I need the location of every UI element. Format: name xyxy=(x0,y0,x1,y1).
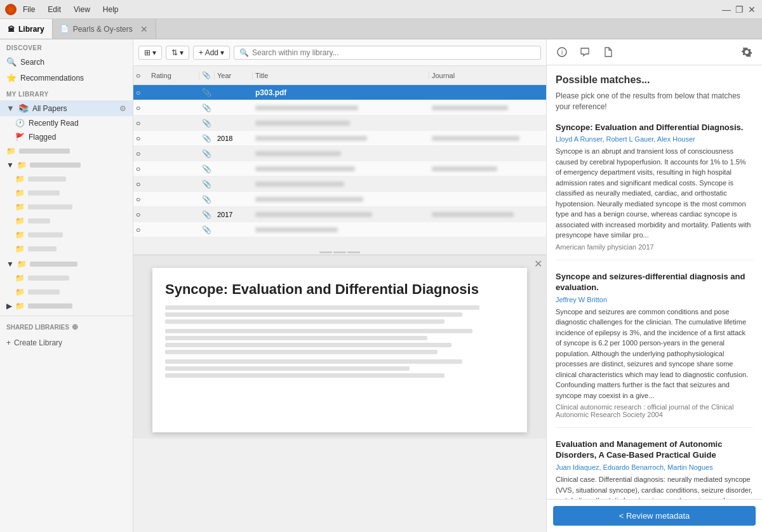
menu-file[interactable]: File xyxy=(20,4,37,15)
match-item-3[interactable]: Evaluation and Management of Autonomic D… xyxy=(556,439,753,499)
review-metadata-button[interactable]: < Review metadata xyxy=(553,506,756,526)
folder-sub-item-5[interactable]: 📁 xyxy=(0,228,133,242)
table-row[interactable]: ○ 📎 xyxy=(133,176,546,192)
table-row[interactable]: ○ 📎 xyxy=(133,161,546,176)
main-layout: DISCOVER 🔍 Search ⭐ Recommendations MY L… xyxy=(0,39,762,532)
create-library-button[interactable]: + Create Library xyxy=(0,335,133,350)
row-clip: 📎 xyxy=(199,180,215,189)
match-item-1[interactable]: Syncope: Evaluation and Differential Dia… xyxy=(556,123,753,260)
th-journal[interactable]: Journal xyxy=(429,72,544,79)
th-rating[interactable]: Rating xyxy=(149,72,199,79)
settings-button[interactable] xyxy=(738,43,756,61)
table-row[interactable]: ○ 📎 xyxy=(133,222,546,237)
subfolder-label-2 xyxy=(28,190,60,196)
subfolder-icon-3: 📁 xyxy=(15,203,25,211)
shared-libraries-add-icon[interactable]: ⊕ xyxy=(72,323,78,331)
sidebar-item-flagged[interactable]: 🚩 Flagged xyxy=(0,130,133,144)
th-title[interactable]: Title xyxy=(253,72,429,79)
row-title xyxy=(253,164,429,173)
match-title-1: Syncope: Evaluation and Differential Dia… xyxy=(556,123,753,133)
gear-icon[interactable]: ⚙ xyxy=(119,104,126,113)
row-clip: 📎 xyxy=(199,134,215,143)
folder-sub-item-6[interactable]: 📁 xyxy=(0,242,133,256)
all-papers-icon: 📚 xyxy=(18,103,29,113)
table-row[interactable]: ○ 📎 xyxy=(133,146,546,161)
tab-library[interactable]: 🏛 Library xyxy=(0,19,53,39)
row-clip: 📎 xyxy=(199,103,215,112)
close-button[interactable]: ✕ xyxy=(747,5,757,14)
create-library-label: Create Library xyxy=(14,338,62,347)
document-button[interactable] xyxy=(599,43,617,61)
pdf-close-button[interactable]: ✕ xyxy=(534,258,542,270)
subfolder-label-5 xyxy=(28,232,63,237)
subfolder-label-8 xyxy=(28,289,60,295)
menu-bar[interactable]: File Edit View Help xyxy=(20,4,121,15)
folder-group-3[interactable]: ▼ 📁 xyxy=(0,257,133,271)
library-tab-icon: 🏛 xyxy=(8,25,15,33)
row-journal xyxy=(429,164,544,173)
tab-pearls[interactable]: 📄 Pearls & Oy-sters ✕ xyxy=(53,19,156,39)
right-panel-content: Possible matches... Please pick one of t… xyxy=(547,65,762,499)
svg-text:i: i xyxy=(561,49,563,56)
sidebar-item-recommendations[interactable]: ⭐ Recommendations xyxy=(0,70,133,86)
menu-view[interactable]: View xyxy=(71,4,93,15)
sidebar-item-recently-read[interactable]: 🕐 Recently Read xyxy=(0,116,133,130)
comment-button[interactable] xyxy=(576,43,594,61)
sidebar-item-all-papers[interactable]: ▼ 📚 All Papers ⚙ xyxy=(0,100,133,116)
sort-chevron: ▾ xyxy=(180,48,184,57)
match-authors-3[interactable]: Juan Idiaquez, Eduardo Benarroch, Martin… xyxy=(556,463,753,471)
discover-label: DISCOVER xyxy=(0,39,133,54)
right-panel-footer: < Review metadata xyxy=(547,499,762,532)
pearls-tab-close[interactable]: ✕ xyxy=(140,25,148,34)
search-bar[interactable]: 🔍 xyxy=(234,46,541,60)
table-row[interactable]: ○ 📎 p303.pdf xyxy=(133,85,546,100)
sidebar-divider xyxy=(0,316,133,316)
folder-sub-item-8[interactable]: 📁 xyxy=(0,285,133,299)
sort-button[interactable]: ⇅ ▾ xyxy=(166,46,189,60)
folder-label-3 xyxy=(30,262,77,267)
clock-icon: 🕐 xyxy=(15,119,25,128)
match-authors-2[interactable]: Jeffrey W Britton xyxy=(556,296,753,303)
row-radio: ○ xyxy=(136,210,149,219)
match-item-2[interactable]: Syncope and seizures-differential diagno… xyxy=(556,272,753,428)
folder-group-4[interactable]: ▶ 📁 xyxy=(0,299,133,313)
content-area: ⊞ ▾ ⇅ ▾ + Add ▾ 🔍 ○ Rating 📎 Year Title xyxy=(133,39,546,532)
match-authors-1[interactable]: Lloyd A Runser, Robert L Gauer, Alex Hou… xyxy=(556,135,753,143)
table-row[interactable]: ○ 📎 xyxy=(133,100,546,116)
search-input[interactable] xyxy=(252,48,535,57)
pdf-title: Syncope: Evaluation and Differential Dia… xyxy=(165,281,514,299)
info-button[interactable]: i xyxy=(553,43,571,61)
my-library-label: MY LIBRARY xyxy=(0,86,133,100)
row-title xyxy=(253,149,429,158)
row-radio[interactable]: ○ xyxy=(136,88,149,97)
row-title xyxy=(253,195,429,204)
pdf-text-5 xyxy=(165,336,427,340)
pdf-text-4 xyxy=(165,329,472,333)
grid-icon: ⊞ xyxy=(144,48,150,57)
folder-sub-item-1[interactable]: 📁 xyxy=(0,172,133,186)
table-row[interactable]: ○ 📎 2018 xyxy=(133,131,546,146)
folder-group-2[interactable]: ▼ 📁 xyxy=(0,158,133,172)
view-toggle-button[interactable]: ⊞ ▾ xyxy=(138,46,162,60)
row-radio: ○ xyxy=(136,149,149,158)
menu-help[interactable]: Help xyxy=(100,4,121,15)
folder-sub-item-4[interactable]: 📁 xyxy=(0,214,133,228)
maximize-button[interactable]: ❐ xyxy=(734,5,744,14)
pdf-text-10 xyxy=(165,373,444,378)
menu-edit[interactable]: Edit xyxy=(45,4,64,15)
folder-item-1[interactable]: 📁 xyxy=(0,144,133,158)
pdf-text-7 xyxy=(165,350,438,354)
minimize-button[interactable]: — xyxy=(721,5,732,14)
folder-sub-item-7[interactable]: 📁 xyxy=(0,271,133,285)
row-radio: ○ xyxy=(136,134,149,143)
recommendations-icon: ⭐ xyxy=(6,73,17,83)
th-year[interactable]: Year xyxy=(215,72,253,79)
folder-sub-item-2[interactable]: 📁 xyxy=(0,186,133,200)
table-row[interactable]: ○ 📎 xyxy=(133,192,546,207)
sidebar-item-search[interactable]: 🔍 Search xyxy=(0,54,133,70)
table-row[interactable]: ○ 📎 xyxy=(133,116,546,131)
folder-sub-item-3[interactable]: 📁 xyxy=(0,200,133,214)
add-button[interactable]: + Add ▾ xyxy=(193,46,230,60)
pdf-text-2 xyxy=(165,312,462,317)
table-row[interactable]: ○ 📎 2017 xyxy=(133,207,546,222)
